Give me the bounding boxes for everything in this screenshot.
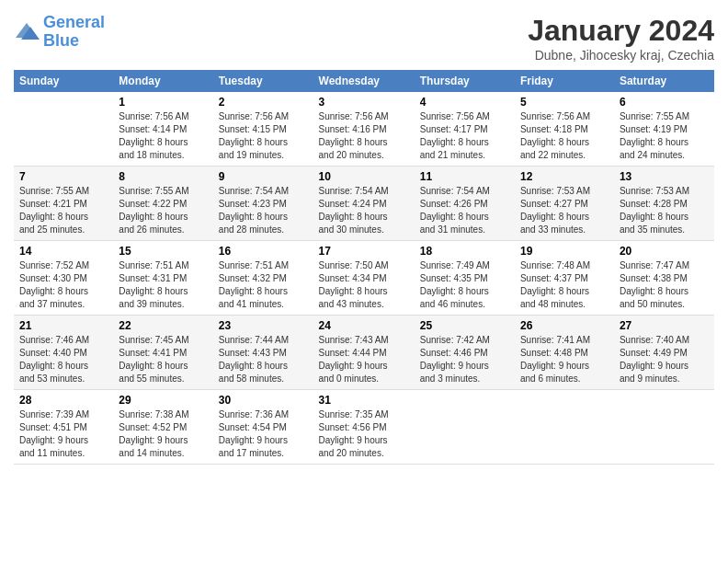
day-info: Sunrise: 7:53 AMSunset: 4:28 PMDaylight:… [620,185,709,236]
calendar-cell: 18Sunrise: 7:49 AMSunset: 4:35 PMDayligh… [415,241,515,316]
calendar-cell: 9Sunrise: 7:54 AMSunset: 4:23 PMDaylight… [213,167,313,241]
calendar-cell: 13Sunrise: 7:53 AMSunset: 4:28 PMDayligh… [614,167,714,241]
calendar-cell [415,390,515,465]
day-number: 17 [319,245,409,258]
day-info: Sunrise: 7:56 AMSunset: 4:16 PMDaylight:… [319,110,409,162]
calendar-cell [515,390,614,465]
calendar-cell: 21Sunrise: 7:46 AMSunset: 4:40 PMDayligh… [14,316,113,390]
day-number: 5 [520,96,609,109]
day-info: Sunrise: 7:49 AMSunset: 4:35 PMDaylight:… [420,259,509,311]
calendar-cell: 17Sunrise: 7:50 AMSunset: 4:34 PMDayligh… [313,241,415,316]
day-number: 24 [319,319,409,332]
day-number: 25 [420,319,509,332]
calendar-cell: 4Sunrise: 7:56 AMSunset: 4:17 PMDaylight… [415,92,515,167]
calendar-week-row: 28Sunrise: 7:39 AMSunset: 4:51 PMDayligh… [14,390,714,465]
calendar-cell: 5Sunrise: 7:56 AMSunset: 4:18 PMDaylight… [515,92,614,167]
day-number: 1 [119,96,208,109]
location-subtitle: Dubne, Jihocesky kraj, Czechia [528,48,714,63]
day-number: 10 [319,170,409,183]
calendar-cell: 29Sunrise: 7:38 AMSunset: 4:52 PMDayligh… [113,390,213,465]
day-number: 12 [520,170,609,183]
header: General Blue January 2024 Dubne, Jihoces… [14,14,714,63]
day-number: 28 [19,394,108,407]
day-number: 11 [420,170,509,183]
day-info: Sunrise: 7:36 AMSunset: 4:54 PMDaylight:… [219,408,308,460]
calendar-cell: 24Sunrise: 7:43 AMSunset: 4:44 PMDayligh… [313,316,415,390]
calendar-cell: 11Sunrise: 7:54 AMSunset: 4:26 PMDayligh… [415,167,515,241]
calendar-cell: 2Sunrise: 7:56 AMSunset: 4:15 PMDaylight… [213,92,313,167]
weekday-header: Saturday [614,70,714,92]
calendar-cell: 31Sunrise: 7:35 AMSunset: 4:56 PMDayligh… [313,390,415,465]
day-number: 31 [319,394,409,407]
day-number: 19 [520,245,609,258]
day-info: Sunrise: 7:38 AMSunset: 4:52 PMDaylight:… [119,408,208,460]
calendar-cell: 6Sunrise: 7:55 AMSunset: 4:19 PMDaylight… [614,92,714,167]
logo-line2: Blue [43,31,79,50]
calendar-cell: 14Sunrise: 7:52 AMSunset: 4:30 PMDayligh… [14,241,113,316]
logo-line1: General [43,13,105,31]
weekday-header: Friday [515,70,614,92]
day-info: Sunrise: 7:54 AMSunset: 4:23 PMDaylight:… [219,185,308,236]
calendar-cell: 16Sunrise: 7:51 AMSunset: 4:32 PMDayligh… [213,241,313,316]
calendar-cell: 26Sunrise: 7:41 AMSunset: 4:48 PMDayligh… [515,316,614,390]
calendar-cell [614,390,714,465]
day-number: 27 [620,319,709,332]
day-info: Sunrise: 7:52 AMSunset: 4:30 PMDaylight:… [19,259,108,311]
day-number: 3 [319,96,409,109]
day-info: Sunrise: 7:55 AMSunset: 4:21 PMDaylight:… [19,185,108,236]
day-info: Sunrise: 7:54 AMSunset: 4:26 PMDaylight:… [420,185,509,236]
calendar-cell: 3Sunrise: 7:56 AMSunset: 4:16 PMDaylight… [313,92,415,167]
calendar-cell: 30Sunrise: 7:36 AMSunset: 4:54 PMDayligh… [213,390,313,465]
day-number: 14 [19,245,108,258]
weekday-header: Wednesday [313,70,415,92]
calendar-cell: 23Sunrise: 7:44 AMSunset: 4:43 PMDayligh… [213,316,313,390]
weekday-header: Thursday [415,70,515,92]
day-info: Sunrise: 7:45 AMSunset: 4:41 PMDaylight:… [119,334,208,385]
calendar-cell: 22Sunrise: 7:45 AMSunset: 4:41 PMDayligh… [113,316,213,390]
day-info: Sunrise: 7:56 AMSunset: 4:14 PMDaylight:… [119,110,208,162]
day-info: Sunrise: 7:35 AMSunset: 4:56 PMDaylight:… [319,408,409,460]
weekday-header: Monday [113,70,213,92]
weekday-header: Tuesday [213,70,313,92]
calendar-week-row: 1Sunrise: 7:56 AMSunset: 4:14 PMDaylight… [14,92,714,167]
day-info: Sunrise: 7:51 AMSunset: 4:32 PMDaylight:… [219,259,308,311]
calendar-week-row: 14Sunrise: 7:52 AMSunset: 4:30 PMDayligh… [14,241,714,316]
day-info: Sunrise: 7:44 AMSunset: 4:43 PMDaylight:… [219,334,308,385]
day-info: Sunrise: 7:46 AMSunset: 4:40 PMDaylight:… [19,334,108,385]
day-info: Sunrise: 7:53 AMSunset: 4:27 PMDaylight:… [520,185,609,236]
day-number: 20 [620,245,709,258]
day-number: 21 [19,319,108,332]
calendar-cell: 8Sunrise: 7:55 AMSunset: 4:22 PMDaylight… [113,167,213,241]
month-title: January 2024 [528,14,714,48]
calendar-cell: 15Sunrise: 7:51 AMSunset: 4:31 PMDayligh… [113,241,213,316]
weekday-header-row: SundayMondayTuesdayWednesdayThursdayFrid… [14,70,714,92]
day-info: Sunrise: 7:55 AMSunset: 4:22 PMDaylight:… [119,185,208,236]
day-info: Sunrise: 7:51 AMSunset: 4:31 PMDaylight:… [119,259,208,311]
day-number: 29 [119,394,208,407]
logo-icon [14,19,40,45]
day-info: Sunrise: 7:55 AMSunset: 4:19 PMDaylight:… [620,110,709,162]
calendar-cell: 19Sunrise: 7:48 AMSunset: 4:37 PMDayligh… [515,241,614,316]
logo-text: General Blue [43,14,105,51]
day-info: Sunrise: 7:54 AMSunset: 4:24 PMDaylight:… [319,185,409,236]
calendar-cell: 27Sunrise: 7:40 AMSunset: 4:49 PMDayligh… [614,316,714,390]
day-number: 23 [219,319,308,332]
calendar-cell: 12Sunrise: 7:53 AMSunset: 4:27 PMDayligh… [515,167,614,241]
page-container: General Blue January 2024 Dubne, Jihoces… [0,0,728,474]
day-info: Sunrise: 7:40 AMSunset: 4:49 PMDaylight:… [620,334,709,385]
calendar-table: SundayMondayTuesdayWednesdayThursdayFrid… [14,70,714,465]
day-number: 9 [219,170,308,183]
calendar-week-row: 21Sunrise: 7:46 AMSunset: 4:40 PMDayligh… [14,316,714,390]
logo: General Blue [14,14,105,51]
day-info: Sunrise: 7:43 AMSunset: 4:44 PMDaylight:… [319,334,409,385]
day-info: Sunrise: 7:48 AMSunset: 4:37 PMDaylight:… [520,259,609,311]
day-number: 30 [219,394,308,407]
calendar-cell [14,92,113,167]
calendar-cell: 1Sunrise: 7:56 AMSunset: 4:14 PMDaylight… [113,92,213,167]
day-number: 18 [420,245,509,258]
day-info: Sunrise: 7:50 AMSunset: 4:34 PMDaylight:… [319,259,409,311]
day-info: Sunrise: 7:56 AMSunset: 4:17 PMDaylight:… [420,110,509,162]
day-number: 6 [620,96,709,109]
calendar-cell: 20Sunrise: 7:47 AMSunset: 4:38 PMDayligh… [614,241,714,316]
weekday-header: Sunday [14,70,113,92]
